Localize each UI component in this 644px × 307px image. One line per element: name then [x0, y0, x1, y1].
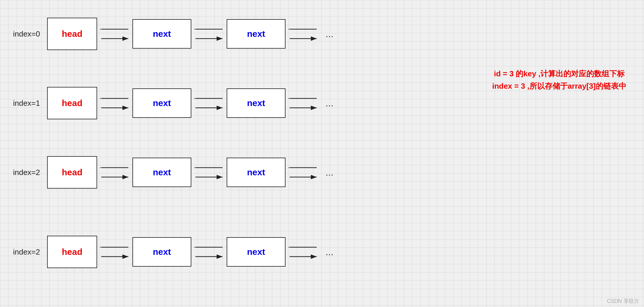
row2-arrows3 — [286, 164, 321, 180]
row3-arrows1-right-arrow — [100, 253, 130, 260]
row2-arrows1 — [97, 164, 132, 180]
row2-next2-node: next — [227, 158, 286, 187]
row2-arrows2-left-arrow — [194, 164, 224, 171]
row2-arrows2 — [191, 164, 227, 180]
row1-arrows1 — [97, 95, 132, 111]
row3-next1-node: next — [132, 237, 191, 267]
watermark: CSDN 享联方 — [607, 298, 639, 305]
row2-head-node: head — [47, 156, 97, 189]
row0-arrows1 — [97, 26, 132, 42]
row3-arrows3 — [286, 244, 321, 260]
row2-arrows1-left-arrow — [100, 164, 130, 171]
row0-label: index=0 — [0, 29, 47, 39]
row0-arrows3-right-arrow — [288, 35, 318, 42]
row2-arrows3-left-arrow — [288, 164, 318, 171]
row0-head-node: head — [47, 18, 97, 50]
row1-arrows2-left-arrow — [194, 95, 224, 102]
row3-arrows1-left-arrow — [100, 244, 130, 250]
row3-arrows2 — [191, 244, 227, 260]
row3-arrows2-right-arrow — [194, 253, 224, 260]
row3-arrows2-left-arrow — [194, 244, 224, 250]
row0-dots: ... — [326, 29, 333, 39]
row2-dots: ... — [326, 167, 333, 178]
row0-row: index=0head next next — [0, 18, 333, 50]
row0-arrows2-left-arrow — [194, 26, 224, 32]
row1-next2-node: next — [227, 88, 286, 118]
annotation: id = 3 的key ,计算出的对应的数组下标 index = 3 ,所以存储… — [492, 68, 626, 92]
row3-arrows1 — [97, 244, 132, 260]
row1-arrows3-left-arrow — [288, 95, 318, 102]
row3-head-node: head — [47, 236, 97, 268]
row1-head-node: head — [47, 87, 97, 119]
annotation-line1: id = 3 的key ,计算出的对应的数组下标 — [492, 68, 626, 80]
row0-next2-node: next — [227, 19, 286, 49]
row3-arrows3-right-arrow — [288, 253, 318, 260]
row3-label: index=2 — [0, 247, 47, 257]
row1-arrows2-right-arrow — [194, 105, 224, 111]
row2-arrows3-right-arrow — [288, 174, 318, 180]
row2-next1-node: next — [132, 158, 191, 187]
row3-arrows3-left-arrow — [288, 244, 318, 250]
row2-arrows1-right-arrow — [100, 174, 130, 180]
row1-row: index=1head next next — [0, 87, 333, 119]
row0-arrows1-right-arrow — [100, 35, 130, 42]
row0-arrows3 — [286, 26, 321, 42]
annotation-line2: index = 3 ,所以存储于array[3]的链表中 — [492, 80, 626, 93]
diagram-area: index=0head next next — [0, 0, 644, 307]
row1-arrows1-right-arrow — [100, 105, 130, 111]
row0-arrows1-left-arrow — [100, 26, 130, 32]
row2-row: index=2head next next — [0, 156, 333, 189]
row2-label: index=2 — [0, 168, 47, 177]
row1-arrows3-right-arrow — [288, 105, 318, 111]
row0-arrows2 — [191, 26, 227, 42]
row1-next1-node: next — [132, 88, 191, 118]
row3-row: index=2head next next — [0, 236, 333, 268]
row1-arrows1-left-arrow — [100, 95, 130, 102]
row1-arrows3 — [286, 95, 321, 111]
row1-dots: ... — [326, 98, 333, 109]
row1-label: index=1 — [0, 99, 47, 108]
row3-dots: ... — [326, 247, 333, 258]
row0-arrows3-left-arrow — [288, 26, 318, 32]
row1-arrows2 — [191, 95, 227, 111]
row0-next1-node: next — [132, 19, 191, 49]
row2-arrows2-right-arrow — [194, 174, 224, 180]
row3-next2-node: next — [227, 237, 286, 267]
row0-arrows2-right-arrow — [194, 35, 224, 42]
